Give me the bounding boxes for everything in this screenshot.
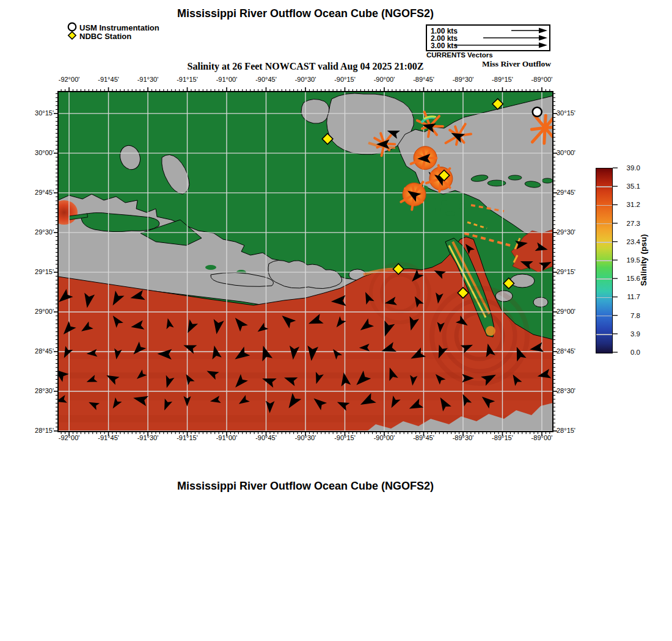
- axis-tick-label-right: 30°00': [557, 149, 598, 157]
- axis-tick-label-top: -89°45': [405, 76, 442, 84]
- ndbc-diamond-icon: [68, 32, 76, 39]
- colorbar-gridline: [596, 297, 612, 299]
- axis-tick-label-bottom: -90°15': [326, 434, 363, 442]
- axis-tick-label-left: 28°45': [12, 347, 54, 355]
- axis-tick-label-top: -90°15': [326, 76, 363, 84]
- axis-tick-label-bottom: -91°45': [90, 434, 127, 442]
- colorbar-tick-label: 27.3: [619, 219, 640, 228]
- figure-page: Mississippi River Outflow Ocean Cube (NG…: [0, 0, 672, 641]
- axis-tick-label-top: -91°15': [169, 76, 206, 84]
- map-plot-area: [58, 92, 553, 432]
- colorbar-tick-label: 31.2: [619, 200, 640, 209]
- colorbar-gridline: [596, 242, 612, 243]
- islet: [450, 193, 458, 198]
- axis-tick-label-bottom: -90°30': [287, 434, 324, 442]
- axis-tick-label-right: 28°45': [557, 347, 598, 355]
- currents-vector-key: 1.00 kts 2.00 kts 3.00 kts: [426, 24, 550, 51]
- islet: [441, 200, 447, 205]
- water-marsh-pocket: [533, 297, 548, 307]
- axis-tick-label-top: -89°30': [445, 76, 481, 84]
- axis-tick-label-right: 30°15': [557, 109, 598, 117]
- axis-tick-label-left: 29°45': [12, 189, 54, 197]
- axis-tick-label-right: 28°30': [557, 387, 598, 395]
- axis-tick-label-left: 29°00': [12, 308, 54, 316]
- burst-ray: [531, 128, 545, 129]
- axis-tick-label-bottom: -90°45': [248, 434, 285, 442]
- axis-tick-label-top: -89°15': [484, 76, 520, 84]
- colorbar-gridline: [596, 260, 612, 261]
- colorbar-gridline: [596, 223, 612, 225]
- usm-station-marker: [533, 107, 542, 117]
- axis-tick-label-left: 28°30': [12, 387, 54, 395]
- colorbar-tick-label: 0.0: [619, 348, 640, 357]
- colorbar-tick-label: 15.6: [619, 274, 640, 283]
- axis-tick-label-left: 30°15': [12, 109, 54, 117]
- axis-tick-label-top: -89°00': [524, 76, 560, 84]
- axis-tick-label-bottom: -89°30': [445, 434, 481, 442]
- legend-ndbc-label: NDBC Station: [79, 32, 131, 41]
- barrier-island: [542, 178, 553, 183]
- colorbar-gridline: [596, 186, 612, 187]
- page-title: Mississippi River Outflow Ocean Cube (NG…: [58, 7, 553, 20]
- colorbar-tick-label: 19.5: [619, 256, 640, 264]
- axis-tick-label-right: 28°15': [557, 427, 598, 435]
- axis-tick-label-bottom: -89°45': [405, 434, 442, 442]
- colorbar-tick-label: 3.9: [619, 330, 640, 338]
- islet: [445, 211, 455, 216]
- axis-tick-label-bottom: -92°00': [51, 434, 87, 442]
- axis-tick-label-bottom: -89°15': [484, 434, 520, 442]
- colorbar-tick-label: 39.0: [619, 164, 640, 172]
- vector-key-arrows: [427, 26, 549, 50]
- axis-tick-label-bottom: -90°00': [366, 434, 403, 442]
- colorbar-tick-label: 11.7: [619, 292, 640, 301]
- islet: [459, 203, 466, 209]
- axis-tick-label-right: 29°45': [557, 189, 598, 197]
- colorbar-gridline: [596, 316, 612, 317]
- axis-tick-label-right: 29°30': [557, 228, 598, 236]
- axis-tick-label-top: -91°45': [90, 76, 127, 84]
- delta-tip-plume: [486, 326, 495, 336]
- axis-tick-label-bottom: -91°00': [208, 434, 245, 442]
- axis-tick-label-left: 28°15': [12, 427, 54, 435]
- axis-tick-label-top: -92°00': [51, 76, 87, 84]
- axis-tick-label-top: -90°45': [248, 76, 285, 84]
- axis-tick-label-top: -91°30': [130, 76, 166, 84]
- arrow-icon: [539, 43, 547, 48]
- islet: [430, 194, 437, 199]
- arrow-icon: [539, 35, 547, 41]
- axis-tick-label-bottom: -91°15': [169, 434, 206, 442]
- legend-markers: [66, 22, 78, 42]
- islet: [205, 265, 216, 270]
- colorbar-gridline: [596, 334, 612, 335]
- colorbar-gridline: [596, 278, 612, 280]
- axis-tick-label-top: -90°30': [287, 76, 324, 84]
- axis-tick-label-top: -90°00': [366, 76, 403, 84]
- axis-tick-label-right: 29°15': [557, 268, 598, 276]
- axis-tick-label-bottom: -91°30': [130, 434, 166, 442]
- axis-tick-label-bottom: -89°00': [524, 434, 560, 442]
- water-marsh-pocket: [510, 274, 535, 288]
- axis-tick-label-left: 29°15': [12, 268, 54, 276]
- bottom-title: Mississippi River Outflow Ocean Cube (NG…: [58, 480, 553, 493]
- axis-tick-label-top: -91°00': [208, 76, 245, 84]
- barrier-island: [508, 175, 522, 180]
- arrow-icon: [539, 28, 547, 34]
- colorbar: [596, 168, 613, 353]
- legend-usm-label: USM Instrumentation: [79, 24, 159, 32]
- colorbar-gridline: [596, 205, 612, 206]
- currents-vector-caption: CURRENTS Vectors: [426, 51, 493, 59]
- axis-tick-label-right: 29°00': [557, 308, 598, 316]
- colorbar-tick-label: 7.8: [619, 311, 640, 320]
- axis-tick-label-left: 30°00': [12, 149, 54, 157]
- axis-tick-label-left: 29°30': [12, 228, 54, 236]
- usm-circle-icon: [68, 23, 76, 31]
- colorbar-tick-label: 35.1: [619, 182, 640, 190]
- barrier-island: [488, 180, 506, 186]
- colorbar-tick-label: 23.4: [619, 237, 640, 246]
- region-label: Miss River Outflow: [428, 59, 551, 69]
- islet: [435, 208, 441, 212]
